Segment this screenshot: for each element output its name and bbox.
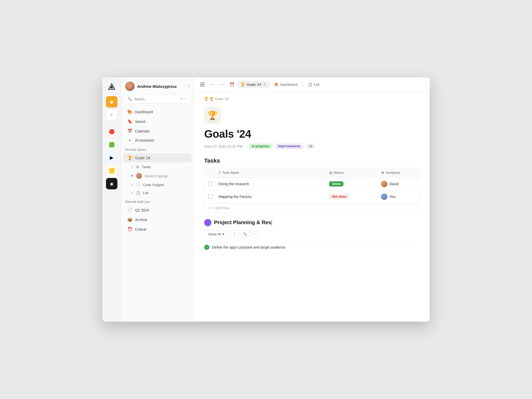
sidebar-item-calendar[interactable]: 📅 Calendar <box>123 127 191 136</box>
workspace-icon-5: 🟨 <box>109 168 115 174</box>
workspace-icon-1: ◆ <box>110 99 114 105</box>
table-row: Mapping the Factory Not done You <box>204 190 419 203</box>
tab-close-button[interactable]: ✕ <box>263 82 267 87</box>
text-cursor <box>271 220 272 226</box>
row2-assignee-cell: You <box>377 190 419 203</box>
sidebar-item-label: Calendar <box>135 129 150 133</box>
sparkle-icon: ✦ <box>127 138 132 142</box>
sidebar-subitem-tasks[interactable]: ⊞ Tasks <box>123 163 191 171</box>
breadcrumb: 🏆 🏆 Goals '24 <box>204 97 419 101</box>
sidebar: Andrew Mialszygrosz ▾ 🔍 ⌘⌃F 🎨 Dashboard … <box>121 77 194 322</box>
breadcrumb-text: 🏆 Goals '24 <box>209 97 229 101</box>
workspace-button-2[interactable]: 🔴 <box>106 126 117 137</box>
sidebar-subitem-typing[interactable]: David is typing... <box>123 171 191 181</box>
more-badge[interactable]: +1 <box>306 143 315 149</box>
sidebar-item-dashboard[interactable]: 🎨 Dashboard <box>123 107 191 116</box>
workspace-button-1[interactable]: ◆ <box>106 96 117 108</box>
archive-icon: 📦 <box>127 217 132 222</box>
search-filter-button[interactable]: 🔍 <box>241 230 249 238</box>
sidebar-item-archive[interactable]: 📦 Archive <box>123 215 191 224</box>
add-icon: + <box>208 206 210 210</box>
chevron-down-icon: ▾ <box>223 232 224 236</box>
improvements-badge[interactable]: Improvements <box>275 143 303 149</box>
main-area: ← → ⏰ 🏆 Goals '24 ✕ 🎨 Dashboard <box>194 77 430 322</box>
show-all-label: Show All <box>208 232 221 236</box>
search-input[interactable] <box>134 97 178 101</box>
sort-icon: ↕ <box>234 232 235 236</box>
sidebar-item-q2[interactable]: 📄 Q2 2024 <box>123 205 191 215</box>
table-row: Doing the research Done David <box>204 178 419 190</box>
svg-rect-0 <box>200 83 205 83</box>
row2-status-cell: Not done <box>325 191 377 202</box>
search-icon: 🔍 <box>128 97 132 101</box>
sidebar-item-label: Goals '24 <box>135 156 150 160</box>
row2-assignee-name: You <box>389 195 396 199</box>
alarm-icon: ⏰ <box>127 227 132 232</box>
sidebar-item-ai[interactable]: ✦ AI Assistant <box>123 136 191 144</box>
row2-checkbox[interactable] <box>208 194 213 199</box>
show-all-button[interactable]: Show All ▾ <box>204 230 228 238</box>
sub-dot-purple-icon <box>131 175 133 177</box>
status-badge[interactable]: In progress <box>249 143 272 149</box>
th-assignee: ⚙ Assignee <box>377 168 419 177</box>
workspace-icon-6: ◉ <box>110 181 114 186</box>
th-task-name: T Task Name <box>215 168 325 177</box>
workspace-button-5[interactable]: 🟨 <box>106 165 117 176</box>
alarm-icon: ⏰ <box>229 82 235 87</box>
row1-status-badge[interactable]: Done <box>329 181 343 187</box>
sub-dot-icon <box>131 192 133 194</box>
icon-rail: ◆ + 🔴 🟩 ▶ 🟨 ◉ <box>102 77 121 322</box>
row2-status-badge[interactable]: Not done <box>329 194 349 199</box>
sidebar-toggle-button[interactable] <box>198 80 207 89</box>
toolbar: ← → ⏰ 🏆 Goals '24 ✕ 🎨 Dashboard <box>194 77 430 92</box>
meta-dot: · <box>245 144 246 148</box>
reminder-button[interactable]: ⏰ <box>228 80 236 89</box>
tab-goals[interactable]: 🏆 Goals '24 ✕ <box>237 81 270 88</box>
th-task-label: Task Name <box>222 171 239 175</box>
sidebar-subitem-list[interactable]: 📋 List <box>123 189 191 197</box>
add-row-button[interactable]: + + Add Row <box>204 203 419 212</box>
sidebar-subitem-label: List <box>143 191 148 195</box>
app-logo <box>107 82 117 92</box>
tasks-section-title: Tasks <box>204 157 419 164</box>
row1-status-cell: Done <box>325 178 377 190</box>
row2-checkbox-cell <box>204 191 215 202</box>
grid-icon: ⊞ <box>136 165 139 169</box>
th-assignee-label: Assignee <box>386 171 400 175</box>
page-title: Goals '24 <box>204 128 419 140</box>
private-space-label: Private Space <box>121 145 194 153</box>
add-row-label: + Add Row <box>212 206 229 210</box>
add-workspace-button[interactable]: + <box>106 109 117 121</box>
forward-button[interactable]: → <box>218 80 227 89</box>
search-icon: 🔍 <box>243 232 247 236</box>
sidebar-item-goals[interactable]: 🏆 Goals '24 <box>123 153 191 162</box>
sidebar-item-critical[interactable]: ⏰ Critical <box>123 225 191 234</box>
tab-list[interactable]: 📋 List <box>305 81 323 88</box>
user-header[interactable]: Andrew Mialszygrosz ▾ <box>121 77 194 95</box>
sidebar-item-saved[interactable]: 🔖 Saved <box>123 117 191 126</box>
workspace-button-3[interactable]: 🟩 <box>106 139 117 150</box>
breadcrumb-trophy-icon: 🏆 <box>204 97 208 101</box>
status-icon: ◎ <box>329 171 332 175</box>
close-icon: ✕ <box>264 83 266 86</box>
sidebar-item-label: Saved <box>135 119 145 124</box>
sidebar-item-label: Archive <box>135 218 147 222</box>
more-options-button[interactable]: ··· <box>251 230 260 238</box>
rail-divider-1 <box>108 123 116 123</box>
toolbar-divider <box>303 82 303 87</box>
sidebar-item-label: Dashboard <box>135 110 153 114</box>
sidebar-subitem-label: Tasks <box>142 165 151 169</box>
search-bar[interactable]: 🔍 ⌘⌃F <box>124 95 190 103</box>
sidebar-subitem-code-snippet[interactable]: 📄 Code Snippet <box>123 181 191 189</box>
back-icon: ← <box>210 82 214 87</box>
row1-assignee-name: David <box>389 182 399 186</box>
back-button[interactable]: ← <box>208 80 217 89</box>
row1-checkbox[interactable] <box>208 182 213 186</box>
workspace-button-4[interactable]: ▶ <box>106 152 117 163</box>
list-icon: 📋 <box>308 82 312 87</box>
sidebar-toggle-icon <box>200 83 205 86</box>
row2-task-name: Mapping the Factory <box>218 195 252 199</box>
workspace-button-6[interactable]: ◉ <box>106 178 117 189</box>
sort-button[interactable]: ↕ <box>230 230 239 238</box>
tab-dashboard[interactable]: 🎨 Dashboard <box>271 81 301 88</box>
